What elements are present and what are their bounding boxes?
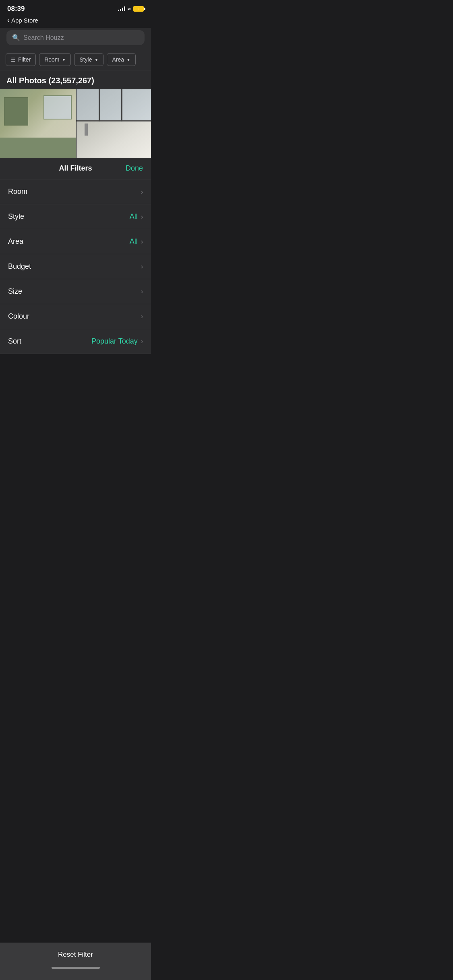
filter-item-area[interactable]: Area All › [0, 229, 151, 254]
ceiling-bar-1 [99, 89, 100, 121]
room-filter-button[interactable]: Room ▼ [39, 53, 71, 66]
kitchen-counter [0, 138, 76, 158]
page-wrapper: All Photos (23,557,267) All Filters Done… [0, 70, 151, 382]
status-icons: ≈ ⚡ [118, 6, 144, 12]
filter-panel-done-button[interactable]: Done [126, 164, 143, 173]
filter-item-budget-right: › [141, 263, 143, 270]
filter-item-size-label: Size [8, 287, 22, 296]
battery-icon: ⚡ [133, 6, 144, 12]
search-input-placeholder: Search Houzz [23, 34, 64, 41]
filter-item-colour-label: Colour [8, 312, 29, 321]
photo-left[interactable] [0, 89, 76, 158]
filter-item-area-value: All [130, 237, 138, 246]
search-icon: 🔍 [12, 34, 20, 41]
filter-item-size[interactable]: Size › [0, 279, 151, 304]
filter-row: ☰ Filter Room ▼ Style ▼ Area ▼ [0, 49, 151, 70]
signal-bar-3 [122, 8, 123, 11]
filter-item-budget[interactable]: Budget › [0, 254, 151, 279]
status-time: 08:39 [7, 5, 25, 13]
filter-button[interactable]: ☰ Filter [6, 53, 36, 66]
app-store-back-button[interactable]: ‹ App Store [7, 16, 144, 25]
filter-item-room-right: › [141, 188, 143, 196]
area-filter-button[interactable]: Area ▼ [107, 53, 135, 66]
filter-item-style-label: Style [8, 212, 24, 221]
app-store-back-label: App Store [11, 17, 38, 24]
wifi-icon: ≈ [128, 6, 131, 12]
filter-item-sort[interactable]: Sort Popular Today › [0, 329, 151, 354]
filter-item-style[interactable]: Style All › [0, 204, 151, 229]
back-chevron-icon: ‹ [7, 16, 10, 25]
filter-button-label: Filter [18, 56, 31, 63]
filter-item-budget-chevron: › [141, 263, 143, 270]
filter-item-area-right: All › [130, 237, 143, 246]
app-store-nav: ‹ App Store [0, 15, 151, 28]
status-bar: 08:39 ≈ ⚡ [0, 0, 151, 15]
area-chevron-icon: ▼ [126, 58, 130, 62]
search-bar[interactable]: 🔍 Search Houzz [6, 30, 145, 45]
filter-item-room-label: Room [8, 187, 27, 196]
photo-right[interactable] [76, 89, 151, 158]
room-filter-label: Room [44, 56, 59, 63]
filter-item-sort-chevron: › [141, 338, 143, 345]
filter-item-sort-right: Popular Today › [91, 337, 143, 346]
filter-item-size-chevron: › [141, 288, 143, 295]
signal-bar-1 [118, 10, 119, 11]
filter-sliders-icon: ☰ [11, 57, 16, 63]
filter-panel: All Filters Done Room › Style All › Area [0, 158, 151, 354]
filter-item-style-chevron: › [141, 213, 143, 220]
image-grid [0, 89, 151, 158]
filter-item-sort-value: Popular Today [91, 337, 138, 346]
photos-count-text: All Photos (23,557,267) [6, 76, 94, 85]
filter-panel-header: All Filters Done [0, 158, 151, 179]
filter-item-style-right: All › [130, 212, 143, 221]
filter-panel-title: All Filters [59, 164, 92, 173]
filter-item-area-chevron: › [141, 238, 143, 245]
area-filter-label: Area [112, 56, 124, 63]
filter-item-colour-chevron: › [141, 313, 143, 320]
filter-item-room-chevron: › [141, 188, 143, 196]
style-filter-label: Style [79, 56, 92, 63]
filter-item-colour[interactable]: Colour › [0, 304, 151, 329]
wall-sconce [85, 124, 88, 136]
signal-bars-icon [118, 6, 125, 11]
filter-item-colour-right: › [141, 313, 143, 320]
filter-item-budget-label: Budget [8, 262, 31, 271]
signal-bar-4 [124, 6, 125, 11]
signal-bar-2 [120, 9, 121, 11]
ceiling-bar-2 [121, 89, 122, 121]
style-filter-button[interactable]: Style ▼ [74, 53, 103, 66]
filter-item-sort-label: Sort [8, 337, 21, 346]
kitchen-window [43, 95, 72, 119]
room-chevron-icon: ▼ [62, 58, 66, 62]
filter-item-style-value: All [130, 212, 138, 221]
filter-item-area-label: Area [8, 237, 23, 246]
battery-bolt: ⚡ [136, 7, 141, 11]
glass-ceiling [77, 89, 151, 121]
filter-item-size-right: › [141, 288, 143, 295]
filter-list: Room › Style All › Area All › [0, 179, 151, 354]
filter-item-room[interactable]: Room › [0, 179, 151, 204]
kitchen-cabinet [4, 97, 28, 126]
photos-count-bar: All Photos (23,557,267) [0, 70, 151, 89]
style-chevron-icon: ▼ [95, 58, 99, 62]
search-bar-container: 🔍 Search Houzz [0, 28, 151, 49]
